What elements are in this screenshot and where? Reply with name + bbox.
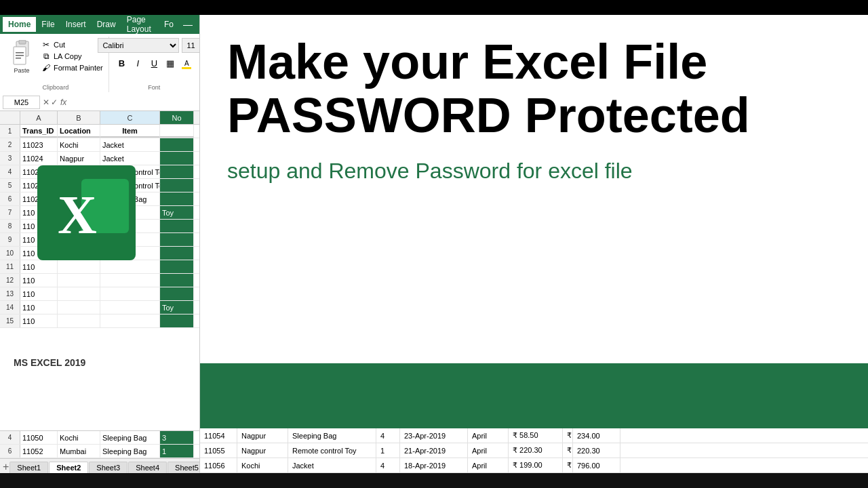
tab-more[interactable]: Fo [159,17,179,32]
sheet-tab-sheet1[interactable]: Sheet1 [9,462,48,473]
tab-insert[interactable]: Insert [60,17,92,32]
table-row: 6 11052 Mumbai Sleeping Bag 1 [0,445,200,458]
svg-text:X: X [58,185,97,245]
svg-rect-5 [16,58,21,59]
col-header-b[interactable]: B [58,111,100,124]
tab-file[interactable]: File [36,17,60,32]
italic-button[interactable]: I [130,56,145,70]
black-bar-top [0,0,868,15]
col-header-d[interactable]: No [160,111,194,124]
cell-reference-input[interactable] [3,96,40,109]
excel-logo-overlay: X [37,165,136,260]
col-header-c[interactable]: C [100,111,160,124]
table-row: 4 11050 Kochi Sleeping Bag 3 [0,431,200,445]
copy-button[interactable]: ⧉ LA Copy [39,51,104,62]
format-painter-icon: 🖌 [41,63,52,73]
copy-label: LA Copy [54,52,82,60]
table-row: 11 110 [0,260,199,274]
fx-label: fx [60,98,66,107]
cell-d1[interactable] [160,125,194,138]
svg-rect-1 [19,40,26,44]
excel-icon: X [37,165,136,260]
paste-icon [11,40,33,67]
svg-rect-4 [16,55,24,56]
copy-icon: ⧉ [41,52,52,61]
font-name-select[interactable]: Calibri [98,38,179,53]
font-label: Font [148,83,160,91]
fill-color-button[interactable]: A [179,56,194,70]
video-title-line1: Make your Excel File [227,35,841,89]
clipboard-group: Paste ✂ Cut ⧉ LA Copy 🖌 [4,37,109,92]
cell-b1[interactable]: Location [58,125,100,138]
underline-button[interactable]: U [146,56,161,70]
cut-icon: ✂ [41,40,52,49]
left-panel: Home File Insert Draw Page Layout Fo — [0,15,200,473]
spreadsheet: A B C No 1 Trans_ID Location Item 2 1102… [0,111,199,473]
formula-bar: ✕ ✓ fx [0,94,199,111]
cut-label: Cut [54,41,65,49]
format-painter-button[interactable]: 🖌 Format Painter [39,62,104,73]
video-subtitle: setup and Remove Password for excel file [227,156,841,186]
sheet-tab-sheet4[interactable]: Sheet4 [128,462,167,473]
row-num-1: 1 [0,125,20,138]
table-row: 11054 Nagpur Sleeping Bag 4 23-Apr-2019 … [200,428,868,443]
table-row: 12 110 [0,274,199,287]
ms-excel-label: MS EXCEL 2019 [14,357,85,368]
format-painter-label: Format Painter [54,64,103,72]
formula-input[interactable] [69,96,197,109]
bottom-data-rows: 11054 Nagpur Sleeping Bag 4 23-Apr-2019 … [200,428,868,473]
table-row: 11055 Nagpur Remote control Toy 1 21-Apr… [200,443,868,458]
sheet-tab-sheet5[interactable]: Sheet5 [167,462,200,473]
black-bar-bottom [0,473,868,488]
border-button[interactable]: ▦ [163,56,178,70]
bottom-rows-left: 4 11050 Kochi Sleeping Bag 3 6 11052 Mum… [0,430,200,458]
col-header-a[interactable]: A [20,111,58,124]
cut-copy-format-group: ✂ Cut ⧉ LA Copy 🖌 Format Painter [39,38,104,73]
ribbon-tabs: Home File Insert Draw Page Layout Fo — [0,15,199,34]
formula-dividers: ✕ ✓ [43,98,58,107]
sheet-tabs: + Sheet1 Sheet2 Sheet3 Sheet4 Sheet5 She… [0,458,200,473]
paste-button[interactable]: Paste [7,38,37,76]
svg-rect-3 [16,52,24,54]
tab-draw[interactable]: Draw [92,17,121,32]
font-group: Calibri 11 B I U ▦ [115,37,195,92]
header-row: 1 Trans_ID Location Item [0,125,199,138]
paste-label: Paste [14,67,29,74]
cut-button[interactable]: ✂ Cut [39,39,104,50]
sheet-tab-sheet3[interactable]: Sheet3 [89,462,127,473]
font-size-select[interactable]: 11 [182,38,200,53]
table-row: 13 110 [0,287,199,301]
ribbon-minimize[interactable]: — [179,19,197,30]
add-sheet-button[interactable]: + [3,461,9,473]
clipboard-label: Clipboard [43,83,69,91]
sheet-tab-sheet2[interactable]: Sheet2 [49,462,88,473]
right-panel: Make your Excel File PASSWORD Protected … [200,15,868,473]
cell-c1[interactable]: Item [100,125,160,138]
tab-home[interactable]: Home [3,17,36,32]
column-headers: A B C No [0,111,199,125]
cell-a1[interactable]: Trans_ID [20,125,58,138]
ribbon-body: Paste ✂ Cut ⧉ LA Copy 🖌 [0,34,199,94]
table-row: 14 110 Toy [0,301,199,314]
corner-cell [0,111,20,124]
video-title-line2: PASSWORD Protected [227,89,841,142]
table-row: 11056 Kochi Jacket 4 18-Apr-2019 April ₹… [200,458,868,473]
bold-button[interactable]: B [114,56,129,70]
table-row: 3 11024 Nagpur Jacket [0,152,199,165]
table-row: 2 11023 Kochi Jacket [0,138,199,152]
table-row: 15 110 [0,314,199,328]
